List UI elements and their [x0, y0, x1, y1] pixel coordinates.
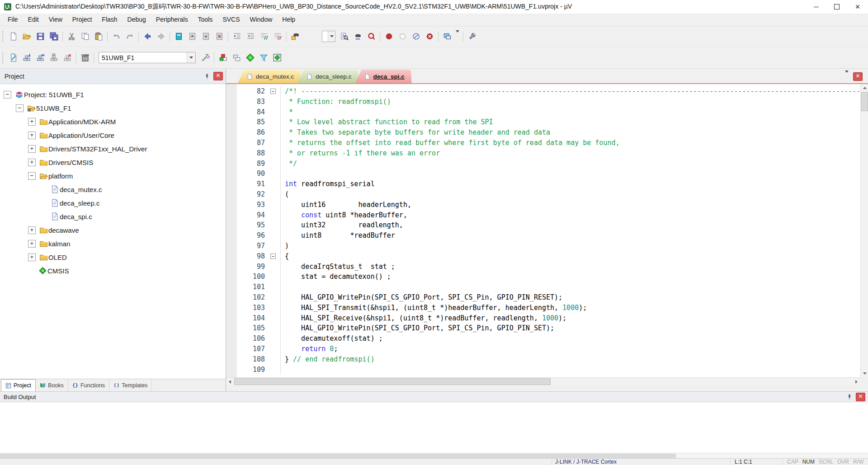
expand-expander[interactable]: +	[28, 240, 36, 248]
manage-layout-button[interactable]	[230, 52, 243, 64]
save-all-button[interactable]	[47, 30, 61, 43]
target-select-combobox[interactable]: 51UWB_F1	[99, 52, 196, 63]
scroll-left-button[interactable]	[226, 378, 234, 385]
panel-tab-templates[interactable]: ()Templates	[109, 379, 152, 391]
navigate-forward-button[interactable]	[154, 30, 168, 43]
maximize-button[interactable]	[826, 0, 847, 14]
options-for-target-button[interactable]	[198, 52, 212, 64]
disable-all-breakpoints-button[interactable]	[409, 30, 423, 43]
kill-all-breakpoints-button[interactable]	[423, 30, 436, 43]
open-file-button[interactable]	[20, 30, 33, 43]
expand-expander[interactable]: +	[28, 145, 36, 153]
indent-button[interactable]	[244, 30, 257, 43]
comment-selection-button[interactable]	[257, 30, 271, 43]
find-button[interactable]	[337, 30, 351, 43]
editor-horizontal-scrollbar[interactable]	[226, 377, 860, 385]
tree-item-drivers-stm32f1xx-hal-driver[interactable]: +Drivers/STM32F1xx_HAL_Driver	[0, 142, 226, 155]
batch-build-button[interactable]	[47, 52, 61, 64]
code-editor[interactable]: 82−/*! ---------------------------------…	[226, 84, 860, 377]
panel-tab-books[interactable]: Books	[36, 379, 68, 391]
find-in-files-button[interactable]	[288, 30, 302, 43]
build-output-scrollbar[interactable]	[0, 453, 868, 458]
toolbar-grip[interactable]	[2, 52, 4, 64]
paste-button[interactable]	[92, 30, 105, 43]
find-combobox[interactable]	[322, 31, 335, 42]
redo-button[interactable]	[123, 30, 137, 43]
tree-item-oled[interactable]: +OLED	[0, 250, 226, 264]
pack-installer-button[interactable]	[270, 52, 284, 64]
bookmark-next-button[interactable]	[199, 30, 212, 43]
scroll-up-button[interactable]	[861, 84, 868, 92]
document-list-button[interactable]	[845, 73, 849, 81]
save-button[interactable]	[33, 30, 47, 43]
manage-components-button[interactable]	[216, 52, 230, 64]
close-button[interactable]: ×	[847, 0, 868, 14]
tree-item-51uwb-f1[interactable]: −51UWB_F1	[0, 101, 226, 115]
find-combobox-arrow[interactable]	[328, 31, 335, 42]
fold-marker[interactable]: −	[270, 254, 276, 259]
editor-vertical-scrollbar[interactable]	[860, 84, 868, 377]
tree-item-application-mdk-arm[interactable]: +Application/MDK-ARM	[0, 115, 226, 128]
new-file-button[interactable]	[6, 30, 20, 43]
build-output-content[interactable]	[0, 402, 868, 453]
panel-tab-functions[interactable]: {}Functions	[68, 379, 109, 391]
translate-button[interactable]	[6, 52, 20, 64]
scroll-down-button[interactable]	[861, 370, 868, 377]
insert-breakpoint-button[interactable]	[382, 30, 396, 43]
expand-expander[interactable]: +	[28, 118, 36, 126]
collapse-expander[interactable]: −	[28, 172, 36, 180]
rebuild-all-button[interactable]	[33, 52, 47, 64]
horizontal-scroll-thumb[interactable]	[234, 378, 551, 385]
incremental-find-button[interactable]	[351, 30, 364, 43]
tree-item-drivers-cmsis[interactable]: +Drivers/CMSIS	[0, 155, 226, 169]
cut-button[interactable]	[65, 30, 78, 43]
scroll-right-button[interactable]	[853, 378, 860, 385]
menu-item-window[interactable]: Window	[245, 14, 278, 26]
menu-item-peripherals[interactable]: Peripherals	[151, 14, 193, 26]
manage-rte-button[interactable]	[243, 52, 257, 64]
menu-item-flash[interactable]: Flash	[97, 14, 122, 26]
expand-expander[interactable]: +	[28, 159, 36, 166]
editor-tab-deca_mutex-c[interactable]: deca_mutex.c	[238, 70, 301, 83]
menu-item-edit[interactable]: Edit	[23, 14, 44, 26]
undo-button[interactable]	[109, 30, 123, 43]
tree-item-application-user-core[interactable]: +Application/User/Core	[0, 128, 226, 142]
menu-item-project[interactable]: Project	[67, 14, 97, 26]
build-button[interactable]	[20, 52, 33, 64]
menu-item-help[interactable]: Help	[277, 14, 300, 26]
build-output-close-button[interactable]: ✕	[856, 393, 865, 401]
uncomment-selection-button[interactable]	[271, 30, 284, 43]
menu-item-debug[interactable]: Debug	[123, 14, 151, 26]
unindent-button[interactable]	[230, 30, 244, 43]
tree-item-platform[interactable]: −platform	[0, 169, 226, 183]
copy-button[interactable]	[78, 30, 92, 43]
tree-item-deca-sleep-c[interactable]: deca_sleep.c	[0, 196, 226, 210]
tree-item-kalman[interactable]: +kalman	[0, 237, 226, 250]
debug-windows-dropdown[interactable]	[456, 33, 459, 41]
bookmark-clear-all-button[interactable]	[212, 30, 226, 43]
build-output-pin-button[interactable]	[845, 392, 854, 401]
expand-expander[interactable]: +	[28, 226, 36, 234]
tree-item-decawave[interactable]: +decawave	[0, 223, 226, 237]
editor-tab-deca_spi-c[interactable]: deca_spi.c	[355, 70, 412, 83]
menu-item-svcs[interactable]: SVCS	[217, 14, 245, 26]
bookmark-previous-button[interactable]	[185, 30, 199, 43]
menu-item-view[interactable]: View	[44, 14, 67, 26]
debug-windows-button[interactable]	[440, 30, 454, 43]
editor-tab-deca_sleep-c[interactable]: deca_sleep.c	[297, 70, 359, 83]
stop-build-button[interactable]	[61, 52, 74, 64]
collapse-expander[interactable]: −	[16, 104, 24, 112]
project-tree[interactable]: −Project: 51UWB_F1−51UWB_F1+Application/…	[0, 84, 226, 363]
tree-item-project-51uwb-f1[interactable]: −Project: 51UWB_F1	[0, 88, 226, 101]
bookmark-toggle-button[interactable]	[172, 30, 185, 43]
build-output-scroll-thumb[interactable]	[0, 454, 676, 458]
enable-breakpoint-button[interactable]	[396, 30, 409, 43]
vertical-scroll-thumb[interactable]	[861, 92, 868, 111]
fold-marker[interactable]: −	[270, 89, 276, 94]
tree-item-deca-mutex-c[interactable]: deca_mutex.c	[0, 183, 226, 196]
collapse-expander[interactable]: −	[4, 91, 11, 99]
expand-expander[interactable]: +	[28, 132, 36, 139]
menu-item-file[interactable]: File	[3, 14, 23, 26]
target-select-arrow[interactable]	[187, 52, 195, 63]
tree-item-deca-spi-c[interactable]: deca_spi.c	[0, 210, 226, 223]
